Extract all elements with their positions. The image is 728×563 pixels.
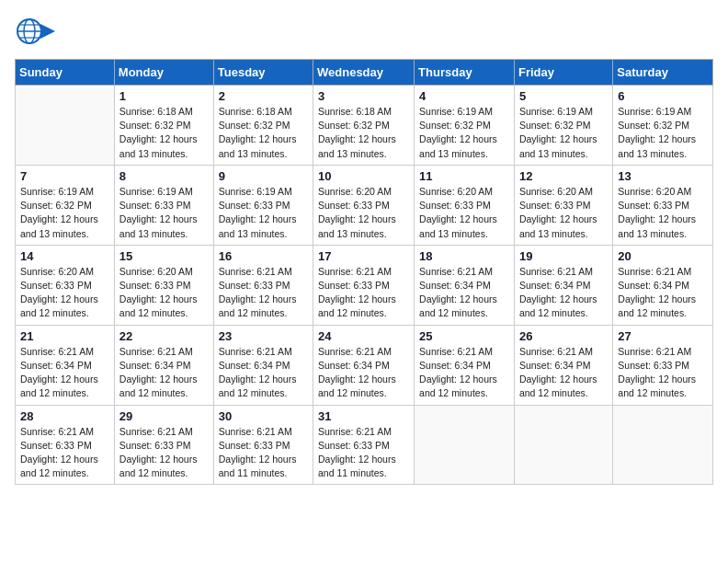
day-number: 26 (519, 329, 608, 343)
day-number: 6 (618, 89, 708, 103)
day-info: Sunrise: 6:20 AM Sunset: 6:33 PM Dayligh… (318, 185, 409, 241)
day-number: 19 (519, 249, 608, 263)
day-info: Sunrise: 6:21 AM Sunset: 6:34 PM Dayligh… (618, 265, 708, 321)
calendar-cell: 31Sunrise: 6:21 AM Sunset: 6:33 PM Dayli… (313, 405, 415, 485)
day-number: 8 (119, 169, 209, 183)
day-number: 3 (318, 89, 409, 103)
calendar-cell: 5Sunrise: 6:19 AM Sunset: 6:32 PM Daylig… (514, 86, 612, 166)
day-info: Sunrise: 6:21 AM Sunset: 6:34 PM Dayligh… (219, 345, 308, 401)
day-number: 21 (20, 329, 109, 343)
day-info: Sunrise: 6:19 AM Sunset: 6:32 PM Dayligh… (519, 105, 608, 161)
day-number: 11 (419, 169, 509, 183)
day-info: Sunrise: 6:21 AM Sunset: 6:33 PM Dayligh… (318, 265, 409, 321)
day-number: 12 (519, 169, 608, 183)
day-info: Sunrise: 6:19 AM Sunset: 6:32 PM Dayligh… (419, 105, 509, 161)
calendar-cell: 17Sunrise: 6:21 AM Sunset: 6:33 PM Dayli… (313, 245, 415, 325)
day-info: Sunrise: 6:21 AM Sunset: 6:33 PM Dayligh… (119, 425, 209, 481)
day-info: Sunrise: 6:18 AM Sunset: 6:32 PM Dayligh… (318, 105, 409, 161)
calendar-cell: 13Sunrise: 6:20 AM Sunset: 6:33 PM Dayli… (613, 165, 713, 245)
day-info: Sunrise: 6:21 AM Sunset: 6:33 PM Dayligh… (318, 425, 409, 481)
day-number: 7 (20, 169, 109, 183)
day-number: 10 (318, 169, 409, 183)
day-number: 15 (119, 249, 209, 263)
calendar-cell (514, 405, 612, 485)
day-number: 17 (318, 249, 409, 263)
day-info: Sunrise: 6:20 AM Sunset: 6:33 PM Dayligh… (618, 185, 708, 241)
col-header-sunday: Sunday (16, 60, 115, 86)
calendar-week-row: 14Sunrise: 6:20 AM Sunset: 6:33 PM Dayli… (16, 245, 713, 325)
calendar-cell: 24Sunrise: 6:21 AM Sunset: 6:34 PM Dayli… (313, 325, 415, 405)
calendar-cell (415, 405, 515, 485)
calendar-cell: 7Sunrise: 6:19 AM Sunset: 6:32 PM Daylig… (16, 165, 115, 245)
calendar-cell: 16Sunrise: 6:21 AM Sunset: 6:33 PM Dayli… (213, 245, 313, 325)
day-info: Sunrise: 6:21 AM Sunset: 6:33 PM Dayligh… (219, 425, 308, 481)
day-number: 28 (20, 409, 109, 423)
day-number: 13 (618, 169, 708, 183)
day-info: Sunrise: 6:21 AM Sunset: 6:33 PM Dayligh… (219, 265, 308, 321)
calendar-cell: 14Sunrise: 6:20 AM Sunset: 6:33 PM Dayli… (16, 245, 115, 325)
calendar-cell: 1Sunrise: 6:18 AM Sunset: 6:32 PM Daylig… (114, 86, 213, 166)
day-info: Sunrise: 6:21 AM Sunset: 6:34 PM Dayligh… (419, 265, 509, 321)
calendar-header-row: SundayMondayTuesdayWednesdayThursdayFrid… (16, 60, 713, 86)
calendar-cell: 28Sunrise: 6:21 AM Sunset: 6:33 PM Dayli… (16, 405, 115, 485)
day-number: 20 (618, 249, 708, 263)
day-info: Sunrise: 6:21 AM Sunset: 6:33 PM Dayligh… (20, 425, 109, 481)
calendar-cell: 22Sunrise: 6:21 AM Sunset: 6:34 PM Dayli… (114, 325, 213, 405)
day-info: Sunrise: 6:21 AM Sunset: 6:33 PM Dayligh… (618, 345, 708, 401)
col-header-monday: Monday (114, 60, 213, 86)
day-number: 16 (219, 249, 308, 263)
logo-icon (15, 15, 55, 48)
calendar-cell: 4Sunrise: 6:19 AM Sunset: 6:32 PM Daylig… (415, 86, 515, 166)
day-number: 30 (219, 409, 308, 423)
calendar-cell: 2Sunrise: 6:18 AM Sunset: 6:32 PM Daylig… (213, 86, 313, 166)
day-info: Sunrise: 6:19 AM Sunset: 6:33 PM Dayligh… (119, 185, 209, 241)
calendar-week-row: 21Sunrise: 6:21 AM Sunset: 6:34 PM Dayli… (16, 325, 713, 405)
day-number: 31 (318, 409, 409, 423)
calendar-cell: 29Sunrise: 6:21 AM Sunset: 6:33 PM Dayli… (114, 405, 213, 485)
day-number: 18 (419, 249, 509, 263)
day-number: 1 (119, 89, 209, 103)
page-header (15, 15, 713, 48)
col-header-friday: Friday (514, 60, 612, 86)
day-info: Sunrise: 6:21 AM Sunset: 6:34 PM Dayligh… (318, 345, 409, 401)
day-info: Sunrise: 6:19 AM Sunset: 6:32 PM Dayligh… (618, 105, 708, 161)
day-info: Sunrise: 6:21 AM Sunset: 6:34 PM Dayligh… (119, 345, 209, 401)
calendar-cell: 18Sunrise: 6:21 AM Sunset: 6:34 PM Dayli… (415, 245, 515, 325)
calendar-cell: 19Sunrise: 6:21 AM Sunset: 6:34 PM Dayli… (514, 245, 612, 325)
calendar-cell: 23Sunrise: 6:21 AM Sunset: 6:34 PM Dayli… (213, 325, 313, 405)
day-info: Sunrise: 6:21 AM Sunset: 6:34 PM Dayligh… (419, 345, 509, 401)
col-header-tuesday: Tuesday (213, 60, 313, 86)
day-number: 5 (519, 89, 608, 103)
day-info: Sunrise: 6:18 AM Sunset: 6:32 PM Dayligh… (219, 105, 308, 161)
col-header-thursday: Thursday (415, 60, 515, 86)
col-header-saturday: Saturday (613, 60, 713, 86)
calendar-cell: 20Sunrise: 6:21 AM Sunset: 6:34 PM Dayli… (613, 245, 713, 325)
day-info: Sunrise: 6:21 AM Sunset: 6:34 PM Dayligh… (519, 265, 608, 321)
calendar-cell (613, 405, 713, 485)
calendar-week-row: 28Sunrise: 6:21 AM Sunset: 6:33 PM Dayli… (16, 405, 713, 485)
day-number: 9 (219, 169, 308, 183)
day-info: Sunrise: 6:20 AM Sunset: 6:33 PM Dayligh… (119, 265, 209, 321)
day-number: 23 (219, 329, 308, 343)
calendar-cell: 12Sunrise: 6:20 AM Sunset: 6:33 PM Dayli… (514, 165, 612, 245)
calendar-cell: 25Sunrise: 6:21 AM Sunset: 6:34 PM Dayli… (415, 325, 515, 405)
logo (15, 15, 59, 48)
day-number: 24 (318, 329, 409, 343)
day-info: Sunrise: 6:20 AM Sunset: 6:33 PM Dayligh… (20, 265, 109, 321)
calendar-cell: 15Sunrise: 6:20 AM Sunset: 6:33 PM Dayli… (114, 245, 213, 325)
calendar-cell: 9Sunrise: 6:19 AM Sunset: 6:33 PM Daylig… (213, 165, 313, 245)
calendar-week-row: 7Sunrise: 6:19 AM Sunset: 6:32 PM Daylig… (16, 165, 713, 245)
calendar-cell: 21Sunrise: 6:21 AM Sunset: 6:34 PM Dayli… (16, 325, 115, 405)
day-number: 27 (618, 329, 708, 343)
calendar-cell: 10Sunrise: 6:20 AM Sunset: 6:33 PM Dayli… (313, 165, 415, 245)
col-header-wednesday: Wednesday (313, 60, 415, 86)
svg-marker-5 (40, 24, 55, 39)
day-info: Sunrise: 6:21 AM Sunset: 6:34 PM Dayligh… (20, 345, 109, 401)
calendar-cell (16, 86, 115, 166)
day-number: 29 (119, 409, 209, 423)
day-number: 4 (419, 89, 509, 103)
calendar-cell: 30Sunrise: 6:21 AM Sunset: 6:33 PM Dayli… (213, 405, 313, 485)
calendar-cell: 8Sunrise: 6:19 AM Sunset: 6:33 PM Daylig… (114, 165, 213, 245)
calendar-table: SundayMondayTuesdayWednesdayThursdayFrid… (15, 59, 713, 485)
calendar-cell: 6Sunrise: 6:19 AM Sunset: 6:32 PM Daylig… (613, 86, 713, 166)
